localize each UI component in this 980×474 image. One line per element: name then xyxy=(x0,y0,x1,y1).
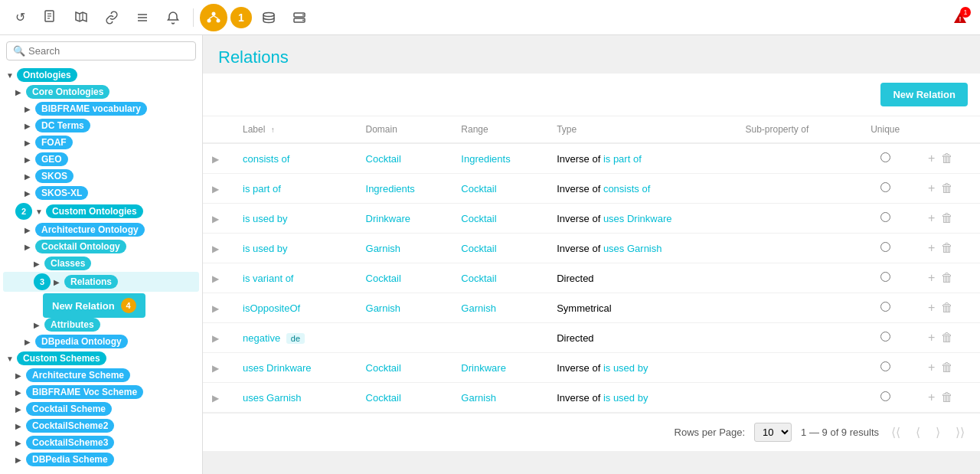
label-link[interactable]: negative xyxy=(243,332,280,344)
unique-radio[interactable] xyxy=(880,152,890,162)
domain-link[interactable]: Drinkware xyxy=(366,213,411,224)
range-link[interactable]: Garnish xyxy=(461,302,496,314)
row-expand-icon[interactable]: ▶ xyxy=(212,184,219,195)
sidebar-item-cocktail-scheme[interactable]: ▶ Cocktail Scheme xyxy=(3,400,199,417)
unique-radio[interactable] xyxy=(880,212,890,222)
alert-icon[interactable]: ! 1 xyxy=(946,4,974,31)
unique-radio[interactable] xyxy=(880,391,890,401)
type-link[interactable]: is used by xyxy=(603,362,648,374)
add-icon[interactable]: + xyxy=(928,331,935,345)
add-icon[interactable]: + xyxy=(928,271,935,285)
delete-icon[interactable]: 🗑 xyxy=(941,211,953,225)
sidebar-item-core-ontologies[interactable]: ▶ Core Ontologies xyxy=(3,83,199,100)
next-page-button[interactable]: ⟩ xyxy=(933,423,943,441)
sidebar-item-bibframe-voc-scheme[interactable]: ▶ BIBFRAME Voc Scheme xyxy=(3,384,199,400)
link-icon[interactable] xyxy=(98,4,126,31)
unique-radio[interactable] xyxy=(880,272,890,282)
range-link[interactable]: Cocktail xyxy=(461,273,496,284)
sidebar-item-relations[interactable]: 3 ▶ Relations xyxy=(3,272,199,292)
sidebar-item-dc-terms[interactable]: ▶ DC Terms xyxy=(3,117,199,134)
sidebar-item-dbpedia-scheme[interactable]: ▶ DBPedia Scheme xyxy=(3,451,199,468)
add-icon[interactable]: + xyxy=(928,391,935,404)
search-box[interactable]: 🔍 xyxy=(6,41,196,60)
add-icon[interactable]: + xyxy=(928,152,935,165)
range-link[interactable]: Cocktail xyxy=(461,213,496,224)
delete-icon[interactable]: 🗑 xyxy=(941,241,953,255)
delete-icon[interactable]: 🗑 xyxy=(941,271,953,285)
row-expand-icon[interactable]: ▶ xyxy=(212,333,219,344)
map-icon[interactable] xyxy=(67,4,95,31)
row-expand-icon[interactable]: ▶ xyxy=(212,273,219,284)
delete-icon[interactable]: 🗑 xyxy=(941,391,953,404)
server-icon[interactable] xyxy=(286,4,313,31)
sidebar-item-geo[interactable]: ▶ GEO xyxy=(3,151,199,168)
type-link[interactable]: uses Drinkware xyxy=(603,213,672,224)
bell-icon[interactable] xyxy=(159,4,187,31)
delete-icon[interactable]: 🗑 xyxy=(941,301,953,315)
file-icon[interactable] xyxy=(37,4,64,31)
domain-link[interactable]: Cocktail xyxy=(366,392,401,404)
rows-per-page-select[interactable]: 5 10 25 50 xyxy=(754,423,792,442)
new-relation-tooltip[interactable]: New Relation 4 xyxy=(43,293,145,318)
range-link[interactable]: Cocktail xyxy=(461,183,496,195)
domain-link[interactable]: Ingredients xyxy=(366,183,415,195)
list-icon[interactable] xyxy=(129,4,156,31)
sidebar-item-architecture-scheme[interactable]: ▶ Architecture Scheme xyxy=(3,367,199,384)
domain-link[interactable]: Garnish xyxy=(366,243,401,254)
add-icon[interactable]: + xyxy=(928,241,935,255)
type-link[interactable]: consists of xyxy=(603,183,650,195)
sidebar-item-architecture-ontology[interactable]: ▶ Architecture Ontology xyxy=(3,221,199,238)
add-icon[interactable]: + xyxy=(928,181,935,195)
refresh-icon[interactable]: ↺ xyxy=(6,4,34,31)
label-link[interactable]: is variant of xyxy=(243,273,293,284)
first-page-button[interactable]: ⟨⟨ xyxy=(888,423,903,441)
unique-radio[interactable] xyxy=(880,242,890,252)
add-icon[interactable]: + xyxy=(928,301,935,315)
domain-link[interactable]: Cocktail xyxy=(366,153,401,165)
database-icon[interactable] xyxy=(255,4,283,31)
range-link[interactable]: Cocktail xyxy=(461,243,496,254)
sidebar-item-cocktail-ontology[interactable]: ▶ Cocktail Ontology xyxy=(3,238,199,255)
sidebar-item-ontologies[interactable]: ▼ Ontologies xyxy=(3,67,199,83)
delete-icon[interactable]: 🗑 xyxy=(941,331,953,345)
range-link[interactable]: Drinkware xyxy=(461,362,506,374)
sidebar-item-skos[interactable]: ▶ SKOS xyxy=(3,168,199,185)
type-link[interactable]: is part of xyxy=(603,153,642,165)
sidebar-item-bibframe[interactable]: ▶ BIBFRAME vocabulary xyxy=(3,100,199,117)
range-link[interactable]: Ingredients xyxy=(461,153,510,165)
sidebar-item-cocktailscheme2[interactable]: ▶ CocktailScheme2 xyxy=(3,417,199,434)
row-expand-icon[interactable]: ▶ xyxy=(212,154,219,165)
row-expand-icon[interactable]: ▶ xyxy=(212,244,219,254)
last-page-button[interactable]: ⟩⟩ xyxy=(952,423,968,441)
label-link[interactable]: uses Drinkware xyxy=(243,362,312,374)
add-icon[interactable]: + xyxy=(928,211,935,225)
new-relation-button[interactable]: New Relation xyxy=(880,83,968,106)
label-link[interactable]: isOppositeOf xyxy=(243,302,300,314)
row-expand-icon[interactable]: ▶ xyxy=(212,393,219,404)
label-link[interactable]: is used by xyxy=(243,243,288,254)
sidebar-item-dbpedia-ontology[interactable]: ▶ DBpedia Ontology xyxy=(3,333,199,350)
label-link[interactable]: is part of xyxy=(243,183,281,195)
label-link[interactable]: consists of xyxy=(243,153,289,165)
domain-link[interactable]: Garnish xyxy=(366,302,401,314)
add-icon[interactable]: + xyxy=(928,361,935,374)
unique-radio[interactable] xyxy=(880,361,890,371)
label-link[interactable]: is used by xyxy=(243,213,288,224)
sidebar-item-cocktailscheme3[interactable]: ▶ CocktailScheme3 xyxy=(3,434,199,451)
unique-radio[interactable] xyxy=(880,302,890,312)
sidebar-item-skos-xl[interactable]: ▶ SKOS-XL xyxy=(3,185,199,201)
domain-link[interactable]: Cocktail xyxy=(366,273,401,284)
sidebar-item-foaf[interactable]: ▶ FOAF xyxy=(3,134,199,151)
domain-link[interactable]: Cocktail xyxy=(366,362,401,374)
delete-icon[interactable]: 🗑 xyxy=(941,361,953,374)
step1-badge[interactable]: 1 xyxy=(230,7,252,28)
sidebar-item-classes[interactable]: ▶ Classes xyxy=(3,255,199,272)
sidebar-item-custom-ontologies[interactable]: 2 ▼ Custom Ontologies xyxy=(3,201,199,221)
unique-radio[interactable] xyxy=(880,182,890,192)
col-label[interactable]: Label ↑ xyxy=(234,116,357,143)
range-link[interactable]: Garnish xyxy=(461,392,496,404)
unique-radio[interactable] xyxy=(880,332,890,342)
sidebar-item-custom-schemes[interactable]: ▼ Custom Schemes xyxy=(3,350,199,367)
row-expand-icon[interactable]: ▶ xyxy=(212,363,219,374)
prev-page-button[interactable]: ⟨ xyxy=(913,423,923,441)
